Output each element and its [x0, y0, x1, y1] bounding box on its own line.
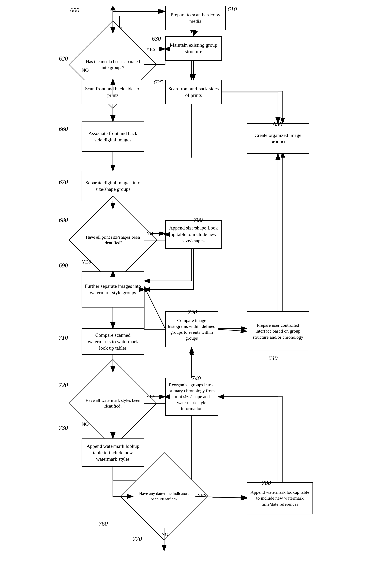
label-no-watermark: NO [82, 422, 89, 427]
label-780: 780 [262, 479, 271, 486]
label-620: 620 [59, 55, 68, 62]
label-630: 630 [152, 35, 161, 42]
label-750: 750 [188, 308, 197, 316]
label-635: 635 [154, 79, 163, 86]
box-append-watermark-time: Append watermark lookup table to include… [247, 482, 313, 514]
label-740: 740 [192, 375, 201, 382]
label-600: 600 [70, 7, 79, 14]
svg-line-39 [193, 30, 195, 36]
label-710: 710 [59, 334, 68, 341]
box-create-organized: Create organized image product [247, 123, 309, 154]
label-770: 770 [133, 535, 142, 542]
label-760: 760 [99, 520, 108, 527]
diamond-sizes-identified: Have all print size/shapes been identifi… [82, 209, 144, 271]
label-690: 690 [59, 262, 68, 269]
label-730: 730 [59, 424, 68, 431]
label-610: 610 [228, 6, 237, 13]
box-compare-histograms: Compare image histograms within defined … [165, 311, 218, 347]
label-670: 670 [59, 179, 68, 185]
label-660: 660 [59, 125, 68, 132]
diamond-datetime-identified: Have any date/time indicators been ident… [133, 465, 195, 528]
label-640: 640 [268, 355, 278, 362]
box-append-size: Append size/shape Look up table to inclu… [165, 220, 222, 249]
flowchart-diagram: 600 Prepare to scan hardcopy media 610 H… [0, 0, 392, 563]
label-680: 680 [59, 216, 68, 223]
diamond-watermark-identified: Have all watermark styles been identifie… [82, 372, 144, 435]
label-yes-sizes: YES [82, 259, 91, 265]
label-720: 720 [59, 382, 68, 389]
box-scan-left: Scan front and back sides of prints [82, 80, 144, 104]
box-maintain-group: Maintain existing group structure [165, 36, 222, 61]
svg-line-49 [218, 329, 246, 331]
label-650: 650 [273, 121, 282, 128]
svg-marker-37 [110, 6, 116, 11]
box-prepare-scan: Prepare to scan hardcopy media [165, 6, 226, 30]
diamond-media-text: Has the media been separated into groups… [82, 57, 144, 72]
svg-line-25 [144, 287, 165, 328]
diamond-watermark-text: Have all watermark styles been identifie… [82, 396, 144, 411]
label-yes-media: YES [146, 47, 155, 52]
diamond-datetime-text: Have any date/time indicators been ident… [133, 489, 195, 504]
label-no-sizes: NO [146, 231, 153, 236]
diamond-sizes-text: Have all print size/shapes been identifi… [82, 232, 144, 248]
box-prepare-user: Prepare user controlled interface based … [247, 311, 309, 351]
box-append-watermark: Append watermark lookup table to include… [82, 438, 144, 467]
label-no-datetime: NO [161, 531, 168, 537]
box-scan-right: Scan front and back sides of prints [165, 80, 222, 104]
box-further-separate: Further separate images into watermark s… [82, 271, 144, 307]
box-associate-images: Associate front and back side digital im… [82, 121, 144, 152]
label-yes-datetime: YES [197, 493, 207, 498]
box-reorganize: Reorganize groups into a primary chronol… [165, 378, 218, 416]
label-yes-watermark: YES [146, 394, 155, 399]
label-700: 700 [193, 216, 203, 223]
box-compare-watermarks: Compare scanned watermarks to watermark … [82, 328, 144, 355]
